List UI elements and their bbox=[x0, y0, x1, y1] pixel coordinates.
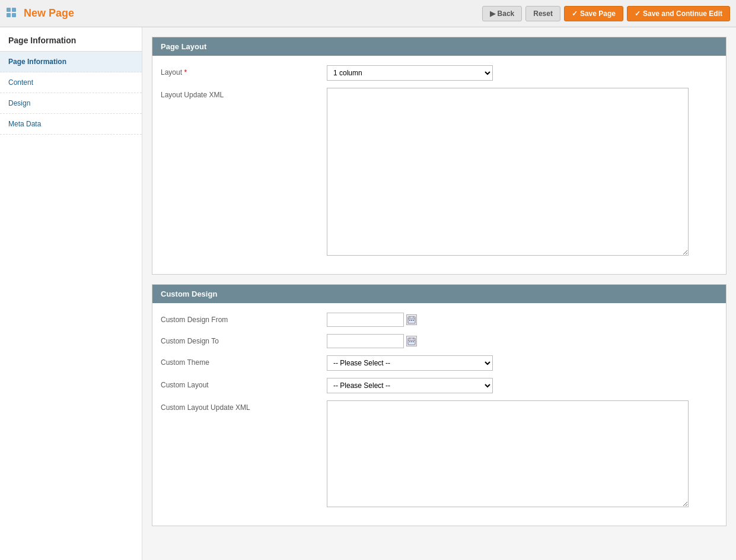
layout-update-xml-field bbox=[327, 88, 718, 257]
save-continue-button[interactable]: ✓ Save and Continue Edit bbox=[627, 6, 730, 21]
sidebar-item-design[interactable]: Design bbox=[0, 93, 142, 114]
svg-rect-2 bbox=[7, 13, 11, 17]
save-icon: ✓ bbox=[572, 9, 578, 18]
custom-design-to-label: Custom Design To bbox=[161, 334, 327, 345]
content-area: Page Layout Layout * 1 column 2 columns … bbox=[142, 27, 736, 560]
custom-theme-select[interactable]: -- Please Select -- bbox=[327, 355, 493, 371]
custom-design-to-field bbox=[327, 334, 718, 348]
sidebar-heading: Page Information bbox=[0, 27, 142, 52]
calendar-from-icon[interactable] bbox=[406, 314, 417, 325]
page-layout-header: Page Layout bbox=[152, 37, 726, 56]
custom-layout-update-xml-textarea[interactable] bbox=[327, 400, 689, 507]
custom-design-to-row: Custom Design To bbox=[161, 334, 718, 348]
back-button[interactable]: ▶ Back bbox=[482, 6, 522, 21]
custom-layout-update-xml-row: Custom Layout Update XML bbox=[161, 400, 718, 509]
layout-field: 1 column 2 columns with left bar 2 colum… bbox=[327, 65, 718, 81]
sidebar-item-content[interactable]: Content bbox=[0, 72, 142, 93]
top-bar-left: New Page bbox=[6, 7, 74, 20]
svg-rect-15 bbox=[409, 341, 410, 342]
svg-rect-16 bbox=[411, 341, 412, 342]
custom-theme-label: Custom Theme bbox=[161, 355, 327, 367]
custom-design-from-row: Custom Design From bbox=[161, 313, 718, 327]
date-from-wrap bbox=[327, 313, 718, 327]
sidebar-item-page-information[interactable]: Page Information bbox=[0, 52, 142, 72]
custom-layout-update-xml-label: Custom Layout Update XML bbox=[161, 400, 327, 412]
sidebar-item-meta-data[interactable]: Meta Data bbox=[0, 114, 142, 135]
new-page-title: New Page bbox=[24, 7, 74, 20]
custom-theme-row: Custom Theme -- Please Select -- bbox=[161, 355, 718, 371]
save-continue-icon: ✓ bbox=[635, 9, 641, 18]
svg-rect-9 bbox=[411, 320, 412, 321]
layout-label: Layout * bbox=[161, 65, 327, 77]
svg-rect-8 bbox=[409, 320, 410, 321]
custom-layout-field: -- Please Select -- bbox=[327, 378, 718, 393]
date-to-wrap bbox=[327, 334, 718, 348]
page-layout-panel: Page Layout Layout * 1 column 2 columns … bbox=[152, 37, 727, 275]
custom-layout-select[interactable]: -- Please Select -- bbox=[327, 378, 493, 393]
custom-theme-field: -- Please Select -- bbox=[327, 355, 718, 371]
custom-design-to-input[interactable] bbox=[327, 334, 404, 348]
top-bar: New Page ▶ Back Reset ✓ Save Page ✓ Save… bbox=[0, 0, 736, 27]
svg-rect-1 bbox=[12, 8, 16, 12]
custom-layout-row: Custom Layout -- Please Select -- bbox=[161, 378, 718, 393]
svg-rect-0 bbox=[7, 8, 11, 12]
layout-required-star: * bbox=[184, 68, 187, 77]
svg-rect-17 bbox=[413, 341, 414, 342]
layout-update-xml-textarea[interactable] bbox=[327, 88, 689, 256]
layout-select[interactable]: 1 column 2 columns with left bar 2 colum… bbox=[327, 65, 493, 81]
custom-layout-label: Custom Layout bbox=[161, 378, 327, 389]
custom-design-body: Custom Design From bbox=[152, 303, 726, 526]
sidebar: Page Information Page Information Conten… bbox=[0, 27, 142, 560]
layout-update-xml-label: Layout Update XML bbox=[161, 88, 327, 99]
layout-row: Layout * 1 column 2 columns with left ba… bbox=[161, 65, 718, 81]
calendar-to-icon[interactable] bbox=[406, 336, 417, 346]
custom-design-panel: Custom Design Custom Design From bbox=[152, 284, 727, 526]
custom-design-from-field bbox=[327, 313, 718, 327]
svg-rect-10 bbox=[413, 320, 414, 321]
svg-rect-3 bbox=[12, 13, 16, 17]
page-layout-body: Layout * 1 column 2 columns with left ba… bbox=[152, 56, 726, 274]
top-bar-buttons: ▶ Back Reset ✓ Save Page ✓ Save and Cont… bbox=[482, 6, 730, 21]
custom-design-from-label: Custom Design From bbox=[161, 313, 327, 324]
reset-button[interactable]: Reset bbox=[525, 6, 560, 21]
custom-design-header: Custom Design bbox=[152, 285, 726, 303]
save-page-button[interactable]: ✓ Save Page bbox=[564, 6, 623, 21]
page-grid-icon bbox=[6, 7, 17, 20]
layout-update-xml-row: Layout Update XML bbox=[161, 88, 718, 257]
custom-design-from-input[interactable] bbox=[327, 313, 404, 327]
back-arrow-icon: ▶ bbox=[490, 9, 495, 18]
custom-layout-update-xml-field bbox=[327, 400, 718, 509]
main-layout: Page Information Page Information Conten… bbox=[0, 27, 736, 560]
